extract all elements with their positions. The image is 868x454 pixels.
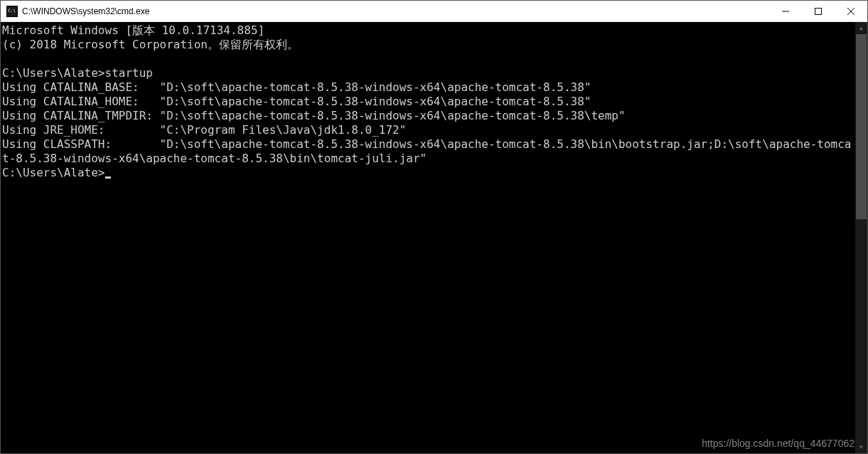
vertical-scrollbar[interactable]: ▲ ▼	[855, 22, 867, 453]
terminal-output[interactable]: Microsoft Windows [版本 10.0.17134.885] (c…	[1, 22, 855, 453]
scroll-down-icon[interactable]: ▼	[855, 441, 867, 453]
cmd-icon: C:\	[6, 6, 18, 17]
output-line: Using CATALINA_TMPDIR: "D:\soft\apache-t…	[2, 109, 626, 122]
titlebar[interactable]: C:\ C:\WINDOWS\system32\cmd.exe	[1, 1, 867, 22]
output-line: C:\Users\Alate>startup	[2, 66, 153, 80]
cmd-window: C:\ C:\WINDOWS\system32\cmd.exe Microsof…	[0, 0, 868, 454]
cursor	[105, 176, 111, 179]
output-line: Using CATALINA_HOME: "D:\soft\apache-tom…	[2, 95, 591, 108]
terminal-area[interactable]: Microsoft Windows [版本 10.0.17134.885] (c…	[1, 22, 867, 453]
output-line: Using CLASSPATH: "D:\soft\apache-tomcat-…	[2, 137, 851, 165]
minimize-button[interactable]	[769, 1, 802, 21]
scroll-up-icon[interactable]: ▲	[855, 22, 867, 34]
window-controls	[769, 1, 867, 21]
svg-text:C:\: C:\	[8, 8, 16, 13]
svg-rect-4	[815, 8, 822, 14]
watermark-text: https://blog.csdn.net/qq_44677062	[702, 438, 854, 449]
output-line: Microsoft Windows [版本 10.0.17134.885]	[2, 23, 264, 37]
prompt: C:\Users\Alate>	[2, 166, 105, 179]
output-line: Using CATALINA_BASE: "D:\soft\apache-tom…	[2, 80, 591, 94]
maximize-button[interactable]	[802, 1, 835, 21]
output-line: (c) 2018 Microsoft Corporation。保留所有权利。	[2, 38, 299, 51]
output-line: Using JRE_HOME: "C:\Program Files\Java\j…	[2, 123, 406, 137]
close-button[interactable]	[835, 1, 867, 21]
scrollbar-thumb[interactable]	[856, 34, 867, 219]
window-title: C:\WINDOWS\system32\cmd.exe	[22, 6, 769, 16]
